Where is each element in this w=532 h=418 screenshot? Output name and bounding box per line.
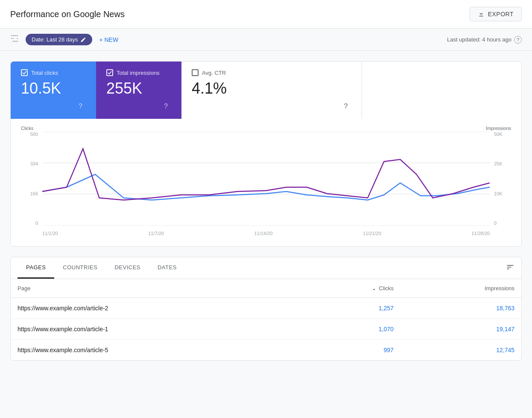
cell-impressions: 18,763	[400, 298, 521, 319]
table-filter-icon[interactable]	[506, 263, 514, 274]
col-page: Page	[11, 279, 300, 298]
x-label-4: 11/21/20	[363, 231, 381, 236]
y-right-0: 0	[494, 221, 497, 226]
toolbar-left: Date: Last 28 days + NEW	[10, 34, 118, 45]
line-chart	[42, 132, 490, 226]
y-right-50k: 50K	[494, 132, 503, 137]
filter-icon[interactable]	[10, 34, 19, 45]
cell-impressions: 12,745	[400, 340, 521, 361]
download-icon	[478, 11, 485, 18]
avg-ctr-box[interactable]: Avg. CTR 4.1% ?	[181, 62, 362, 119]
tab-dates[interactable]: DATES	[149, 257, 185, 279]
avg-ctr-value: 4.1%	[192, 79, 351, 101]
total-clicks-value: 10.5K	[21, 79, 86, 101]
chart-preview-area	[362, 62, 522, 119]
ctr-help-icon[interactable]: ?	[344, 103, 348, 110]
cell-clicks: 1,257	[300, 298, 400, 319]
metrics-card: Total clicks 10.5K ? Total impressions 2…	[10, 61, 522, 247]
table-section: PAGES COUNTRIES DEVICES DATES Page	[10, 257, 522, 361]
page-header: Performance on Google News EXPORT	[0, 0, 532, 29]
total-clicks-box[interactable]: Total clicks 10.5K ?	[11, 62, 96, 119]
data-table: Page Clicks Impressions https://www.exam…	[11, 279, 521, 360]
new-filter-button[interactable]: + NEW	[99, 36, 118, 43]
right-axis-label: Impressions	[486, 126, 511, 131]
total-impressions-value: 255K	[106, 79, 171, 101]
cell-impressions: 19,147	[400, 319, 521, 340]
tab-pages[interactable]: PAGES	[18, 257, 54, 279]
col-clicks[interactable]: Clicks	[300, 279, 400, 298]
impressions-help-icon[interactable]: ?	[164, 103, 168, 110]
y-left-500: 500	[30, 132, 38, 137]
table-row[interactable]: https://www.example.com/article-2 1,257 …	[11, 298, 521, 319]
metrics-top: Total clicks 10.5K ? Total impressions 2…	[11, 62, 521, 119]
cell-clicks: 1,070	[300, 319, 400, 340]
cell-page: https://www.example.com/article-1	[11, 319, 300, 340]
tab-countries[interactable]: COUNTRIES	[54, 257, 106, 279]
ctr-checkbox[interactable]	[192, 69, 199, 76]
export-button[interactable]: EXPORT	[470, 7, 522, 21]
y-right-10k: 10K	[494, 191, 503, 196]
x-label-5: 11/28/20	[471, 231, 490, 236]
clicks-help-icon[interactable]: ?	[79, 103, 82, 110]
help-icon[interactable]: ?	[514, 36, 522, 44]
date-filter-pill[interactable]: Date: Last 28 days	[26, 34, 92, 45]
table-row[interactable]: https://www.example.com/article-5 997 12…	[11, 340, 521, 361]
y-left-166: 166	[30, 191, 38, 196]
cell-page: https://www.example.com/article-2	[11, 298, 300, 319]
total-impressions-box[interactable]: Total impressions 255K ?	[96, 62, 181, 119]
edit-icon	[80, 37, 86, 43]
page-title: Performance on Google News	[10, 9, 125, 19]
toolbar: Date: Last 28 days + NEW Last updated: 4…	[0, 29, 532, 51]
tab-devices[interactable]: DEVICES	[106, 257, 149, 279]
x-label-1: 11/1/20	[42, 231, 58, 236]
impressions-checkbox[interactable]	[106, 69, 113, 76]
main-content: Total clicks 10.5K ? Total impressions 2…	[0, 51, 532, 371]
cell-page: https://www.example.com/article-5	[11, 340, 300, 361]
y-left-334: 334	[30, 161, 38, 166]
tab-list: PAGES COUNTRIES DEVICES DATES	[18, 257, 185, 279]
table-tabs: PAGES COUNTRIES DEVICES DATES	[11, 257, 521, 279]
clicks-checkbox[interactable]	[21, 69, 28, 76]
sort-down-icon	[371, 286, 377, 291]
chart-area: Clicks Impressions 500 334 166 0 50K 25K…	[11, 119, 521, 246]
x-label-3: 11/14/20	[254, 231, 272, 236]
x-label-2: 11/7/20	[148, 231, 164, 236]
cell-clicks: 997	[300, 340, 400, 361]
table-row[interactable]: https://www.example.com/article-1 1,070 …	[11, 319, 521, 340]
y-left-0: 0	[35, 221, 38, 226]
left-axis-label: Clicks	[21, 126, 33, 131]
last-updated-info: Last updated: 4 hours ago ?	[447, 36, 522, 44]
col-impressions: Impressions	[400, 279, 521, 298]
y-right-25k: 25K	[494, 161, 503, 166]
